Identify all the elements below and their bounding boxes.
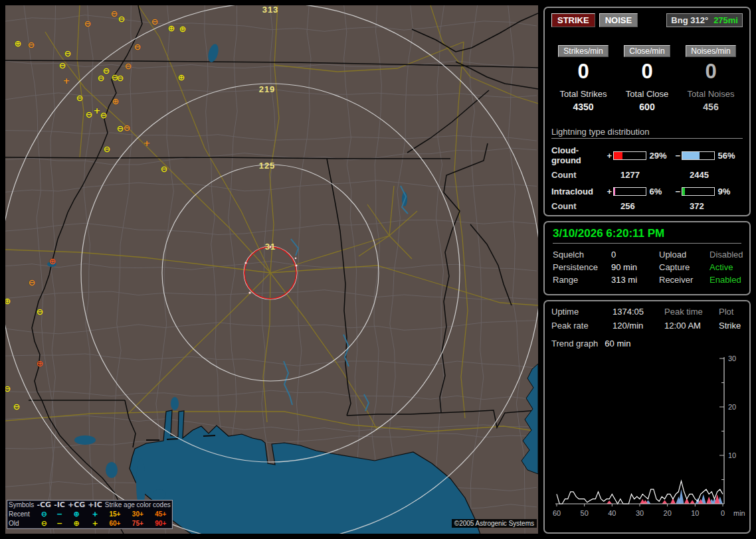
negative-sign: −	[674, 151, 682, 161]
svg-text:40: 40	[608, 509, 616, 517]
legend-col-cg-neg: -CG	[35, 501, 52, 510]
svg-text:10: 10	[691, 509, 699, 517]
noises-per-min-button[interactable]: Noises/min	[686, 45, 735, 57]
noises-counter-column: Noises/min 0 Total Noises 456	[679, 44, 743, 112]
total-close-value: 600	[615, 102, 679, 112]
close-per-min-value: 0	[615, 60, 679, 84]
age-30: 30+	[126, 510, 149, 519]
cloud-ground-count-row: Count 1277 2445	[551, 170, 743, 180]
bearing-value: Bng 312°	[671, 15, 708, 25]
age-15: 15+	[104, 510, 126, 519]
strike-counters-panel: STRIKE NOISE Bng 312° 275mi Strikes/min …	[543, 7, 751, 216]
upload-label: Upload	[659, 250, 709, 260]
cg-neg-recent-icon: ⊖	[35, 510, 52, 519]
ic-positive-pct: 6%	[650, 187, 674, 196]
bearing-distance: 275mi	[713, 15, 738, 25]
map-canvas	[5, 5, 538, 534]
svg-text:50: 50	[581, 509, 589, 517]
ic-neg-old-icon: −	[52, 519, 66, 528]
count-label: Count	[551, 201, 620, 211]
persistence-label: Persistence	[553, 262, 611, 272]
map-legend: Symbols -CG -IC +CG +IC Strike age color…	[7, 500, 173, 529]
legend-age-header: Strike age color codes	[104, 501, 172, 510]
age-90: 90+	[149, 519, 172, 528]
total-noises-value: 456	[679, 102, 743, 112]
range-value: 313 mi	[611, 275, 659, 285]
cg-pos-recent-icon: ⊕	[66, 510, 86, 519]
total-strikes-value: 4350	[551, 102, 615, 112]
intracloud-row: Intracloud + 6% − 9%	[551, 187, 743, 196]
close-counter-column: Close/min 0 Total Close 600	[615, 44, 679, 112]
cg-positive-bar	[613, 151, 646, 160]
negative-sign: −	[674, 187, 682, 196]
cg-neg-old-icon: ⊖	[35, 519, 52, 528]
cloud-ground-label: Cloud-ground	[551, 145, 606, 165]
cg-negative-bar	[682, 151, 715, 160]
noises-per-min-value: 0	[679, 60, 743, 84]
datetime-display: 3/10/2026 6:20:11 PM	[553, 227, 741, 244]
positive-sign: +	[606, 187, 613, 196]
svg-text:30: 30	[728, 354, 736, 362]
total-close-label: Total Close	[615, 89, 679, 99]
cg-positive-pct: 29%	[650, 151, 674, 161]
peak-time-header: Peak time	[664, 307, 719, 317]
ic-pos-recent-icon: +	[86, 510, 103, 519]
legend-symbols-header: Symbols	[7, 501, 35, 510]
legend-row-old-label: Old	[7, 519, 35, 528]
cg-positive-count: 1277	[620, 170, 690, 180]
cg-negative-pct: 56%	[718, 151, 743, 161]
trend-graph-label: Trend graph	[551, 339, 598, 348]
peak-rate-value: 120/min	[613, 321, 664, 331]
receiver-status: Enabled	[709, 275, 743, 285]
age-75: 75+	[126, 519, 149, 528]
distribution-title: Lightning type distribution	[551, 127, 743, 139]
age-45: 45+	[149, 510, 172, 519]
strike-toggle-button[interactable]: STRIKE	[551, 13, 595, 27]
ic-positive-count: 256	[620, 201, 690, 211]
ic-positive-bar	[613, 187, 646, 196]
ic-pos-old-icon: +	[86, 519, 103, 528]
cg-negative-count: 2445	[690, 170, 709, 180]
range-label: Range	[553, 275, 611, 285]
lightning-map[interactable]: 31321912531 ⊖⊖⊖⊖⊕⊕⊕⊖⊖⊖⊖⊖⊖⊖⊖⊖⊕+⊖⊕+⊖⊖⊖⊖+⊖⊖…	[5, 5, 538, 534]
ic-neg-recent-icon: −	[52, 510, 66, 519]
strikes-per-min-button[interactable]: Strikes/min	[558, 45, 608, 57]
noise-toggle-button[interactable]: NOISE	[599, 13, 638, 27]
capture-label: Capture	[659, 262, 709, 272]
svg-text:10: 10	[728, 451, 736, 459]
positive-sign: +	[606, 151, 613, 161]
peak-time-value: 12:00 AM	[664, 321, 719, 331]
peak-rate-label: Peak rate	[551, 321, 613, 331]
total-strikes-label: Total Strikes	[551, 89, 615, 99]
status-panel: 3/10/2026 6:20:11 PM Squelch 0 Upload Di…	[543, 221, 751, 295]
uptime-value: 1374:05	[613, 307, 664, 317]
uptime-label: Uptime	[551, 307, 613, 317]
upload-status: Disabled	[709, 250, 743, 260]
capture-status: Active	[709, 262, 743, 272]
svg-text:20: 20	[664, 509, 672, 517]
squelch-value: 0	[611, 250, 659, 260]
trend-window-value: 60 min	[605, 339, 630, 348]
legend-row-recent-label: Recent	[7, 510, 35, 519]
strikes-counter-column: Strikes/min 0 Total Strikes 4350	[551, 44, 615, 112]
ic-negative-bar	[682, 187, 715, 196]
copyright-label: ©2005 Astrogenic Systems	[452, 519, 537, 528]
app-window: 31321912531 ⊖⊖⊖⊖⊕⊕⊕⊖⊖⊖⊖⊖⊖⊖⊖⊖⊕+⊖⊕+⊖⊖⊖⊖+⊖⊖…	[0, 0, 756, 539]
svg-text:60: 60	[553, 509, 561, 517]
squelch-label: Squelch	[553, 250, 611, 260]
ic-negative-pct: 9%	[718, 187, 743, 196]
svg-text:0: 0	[721, 509, 725, 517]
total-noises-label: Total Noises	[679, 89, 743, 99]
persistence-value: 90 min	[611, 262, 659, 272]
intracloud-label: Intracloud	[551, 187, 606, 196]
bearing-readout: Bng 312° 275mi	[666, 13, 743, 27]
legend-col-cg-pos: +CG	[66, 501, 86, 510]
count-label: Count	[551, 170, 620, 180]
svg-text:20: 20	[728, 403, 736, 411]
plot-mode-value: Strike	[719, 321, 743, 331]
cg-pos-old-icon: ⊕	[66, 519, 86, 528]
svg-text:30: 30	[636, 509, 644, 517]
receiver-label: Receiver	[659, 275, 709, 285]
age-60: 60+	[104, 519, 126, 528]
close-per-min-button[interactable]: Close/min	[624, 45, 670, 57]
